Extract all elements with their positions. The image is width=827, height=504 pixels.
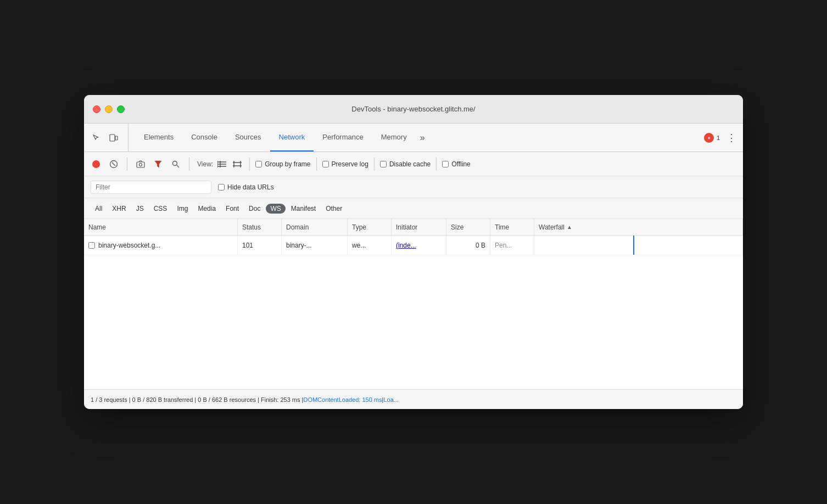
traffic-lights <box>93 105 125 113</box>
clear-button[interactable] <box>106 156 121 172</box>
disable-cache-group: Disable cache <box>380 160 431 168</box>
tab-nav: Elements Console Sources Network Perform… <box>135 124 704 152</box>
filter-bar: Hide data URLs <box>84 176 743 198</box>
waterfall-line <box>633 236 634 255</box>
svg-point-9 <box>173 161 177 165</box>
row-domain: binary-... <box>286 242 312 249</box>
preserve-log-label: Preserve log <box>332 160 368 168</box>
kebab-menu-button[interactable]: ⋮ <box>724 132 739 144</box>
view-large-button[interactable] <box>231 158 244 171</box>
title-bar: DevTools - binary-websocket.glitch.me/ <box>84 95 743 124</box>
group-by-frame-checkbox[interactable] <box>255 161 262 167</box>
type-btn-doc[interactable]: Doc <box>244 203 265 214</box>
close-button[interactable] <box>93 105 100 113</box>
type-filter-bar: All XHR JS CSS Img Media Font Doc WS Man… <box>84 198 743 219</box>
svg-line-10 <box>177 165 179 167</box>
tab-right-controls: ✕ 1 ⋮ <box>704 132 739 144</box>
th-status[interactable]: Status <box>238 219 282 235</box>
type-btn-media[interactable]: Media <box>193 203 220 214</box>
table-rows-area: binary-websocket.g... 101 binary-... we.… <box>84 236 743 389</box>
offline-checkbox[interactable] <box>442 161 449 167</box>
view-label: View: <box>197 160 213 168</box>
offline-label: Offline <box>451 160 470 168</box>
td-size: 0 B <box>446 236 490 255</box>
tab-sources[interactable]: Sources <box>226 124 270 152</box>
devtools-window: DevTools - binary-websocket.glitch.me/ E… <box>84 95 743 409</box>
hide-data-url-checkbox[interactable] <box>218 184 225 191</box>
th-time[interactable]: Time <box>490 219 534 235</box>
row-size: 0 B <box>476 242 485 249</box>
toolbar-divider-3 <box>249 158 250 171</box>
row-initiator[interactable]: (inde... <box>396 242 416 249</box>
window-title: DevTools - binary-websocket.glitch.me/ <box>351 105 475 113</box>
row-time: Pen... <box>495 242 512 249</box>
device-toolbar-button[interactable] <box>106 130 121 145</box>
filter-button[interactable] <box>150 156 166 172</box>
svg-rect-6 <box>137 162 144 167</box>
tab-performance[interactable]: Performance <box>314 124 372 152</box>
td-status: 101 <box>238 236 282 255</box>
th-name[interactable]: Name <box>84 219 238 235</box>
inspect-element-button[interactable] <box>88 130 104 145</box>
tab-elements[interactable]: Elements <box>135 124 182 152</box>
svg-rect-0 <box>110 135 115 141</box>
maximize-button[interactable] <box>117 105 125 113</box>
type-btn-manifest[interactable]: Manifest <box>287 203 320 214</box>
toolbar-divider-1 <box>127 158 127 171</box>
type-btn-xhr[interactable]: XHR <box>108 203 130 214</box>
network-table: Name Status Domain Type Initiator Size T… <box>84 219 743 389</box>
svg-line-5 <box>112 163 115 166</box>
tab-bar: Elements Console Sources Network Perform… <box>84 124 743 152</box>
row-checkbox[interactable] <box>88 242 95 249</box>
filter-input[interactable] <box>91 181 211 194</box>
minimize-button[interactable] <box>105 105 113 113</box>
th-size[interactable]: Size <box>446 219 490 235</box>
status-text: 1 / 3 requests | 0 B / 820 B transferred… <box>91 396 303 403</box>
th-type[interactable]: Type <box>348 219 392 235</box>
tab-icons <box>88 124 128 152</box>
type-btn-js[interactable]: JS <box>132 203 148 214</box>
dom-content-loaded-link[interactable]: DOMContentLoaded: 150 ms <box>303 396 382 403</box>
tab-console[interactable]: Console <box>182 124 226 152</box>
status-bar: 1 / 3 requests | 0 B / 820 B transferred… <box>84 389 743 409</box>
disable-cache-checkbox[interactable] <box>380 161 387 167</box>
table-row[interactable]: binary-websocket.g... 101 binary-... we.… <box>84 236 743 255</box>
row-name: binary-websocket.g... <box>98 242 160 249</box>
group-by-frame-label: Group by frame <box>265 160 310 168</box>
preserve-log-checkbox[interactable] <box>322 161 329 167</box>
error-count: 1 <box>717 135 720 141</box>
record-button[interactable] <box>88 156 104 172</box>
toolbar-divider-4 <box>316 158 317 171</box>
view-list-button[interactable] <box>215 158 228 171</box>
disable-cache-label: Disable cache <box>389 160 431 168</box>
td-waterfall <box>534 236 743 255</box>
tab-more-button[interactable]: » <box>416 133 429 143</box>
th-waterfall[interactable]: Waterfall ▲ <box>534 219 743 235</box>
svg-point-7 <box>139 163 142 166</box>
preserve-log-group: Preserve log <box>322 160 368 168</box>
type-btn-font[interactable]: Font <box>221 203 243 214</box>
td-time: Pen... <box>490 236 534 255</box>
tab-network[interactable]: Network <box>270 124 314 152</box>
tab-memory[interactable]: Memory <box>372 124 416 152</box>
toolbar-divider-2 <box>189 158 189 171</box>
search-button[interactable] <box>168 156 183 172</box>
th-domain[interactable]: Domain <box>282 219 348 235</box>
error-badge[interactable]: ✕ <box>704 133 714 143</box>
th-initiator[interactable]: Initiator <box>392 219 446 235</box>
svg-marker-8 <box>155 161 161 167</box>
hide-data-url-group: Hide data URLs <box>218 183 274 191</box>
td-domain: binary-... <box>282 236 348 255</box>
toolbar-divider-5 <box>374 158 375 171</box>
type-btn-all[interactable]: All <box>91 203 107 214</box>
table-header: Name Status Domain Type Initiator Size T… <box>84 219 743 236</box>
td-name: binary-websocket.g... <box>84 236 238 255</box>
type-btn-css[interactable]: CSS <box>149 203 172 214</box>
camera-button[interactable] <box>133 156 148 172</box>
sort-arrow-icon: ▲ <box>567 224 572 230</box>
type-btn-other[interactable]: Other <box>321 203 347 214</box>
type-btn-ws[interactable]: WS <box>266 204 285 214</box>
type-btn-img[interactable]: Img <box>172 203 192 214</box>
load-link[interactable]: Loa... <box>383 396 399 403</box>
toolbar-divider-6 <box>436 158 437 171</box>
